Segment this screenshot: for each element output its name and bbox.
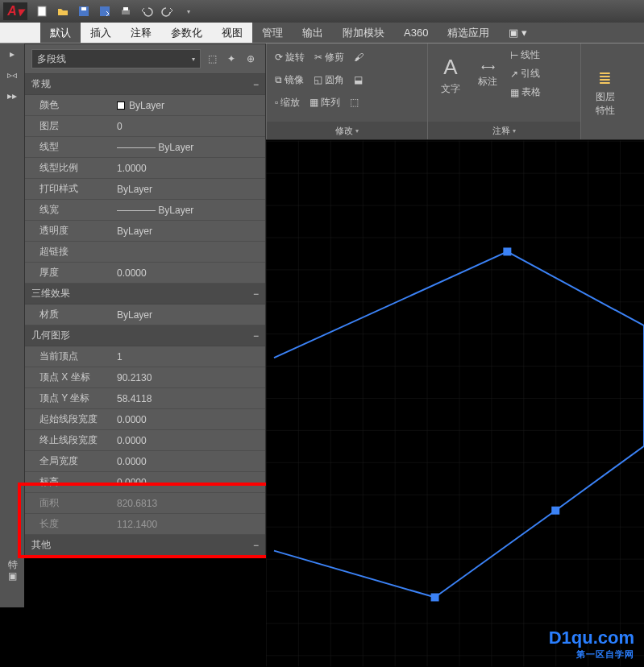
drawing-canvas[interactable] [266,140,644,667]
prop-row[interactable]: 材质ByLayer [25,304,265,325]
prop-label: 材质 [25,308,114,321]
prop-label: 线型 [25,140,114,154]
saveas-icon[interactable] [95,2,114,20]
fillet-button[interactable]: ◱圆角 [310,72,347,89]
tab-a360[interactable]: A360 [394,23,438,43]
prop-row[interactable]: 终止线段宽度0.0000 [25,430,265,451]
prop-row[interactable]: 图层0 [25,116,265,137]
tab-insert[interactable]: 插入 [81,23,121,43]
side-pin-icon[interactable]: ▸ [5,47,19,61]
explode-icon[interactable]: ⬓ [351,72,366,87]
open-icon[interactable] [53,2,73,20]
prop-row[interactable]: 超链接 [25,242,265,263]
pick-icon[interactable]: ⊕ [243,53,259,64]
prop-row[interactable]: 线型比例1.0000 [25,158,265,179]
trim-button[interactable]: ✂修剪 [311,49,347,66]
prop-label: 线型比例 [25,161,114,175]
side-collapse-icon[interactable]: ▹◃ [5,68,19,82]
qat-dropdown-icon[interactable]: ▾ [179,2,198,20]
svg-rect-9 [431,593,439,601]
prop-row[interactable]: 线型———— ByLayer [25,137,265,158]
prop-value[interactable]: ByLayer [114,309,265,321]
menu-tabs: 默认 插入 注释 参数化 视图 管理 输出 附加模块 A360 精选应用 ▣ ▾ [0,23,644,44]
app-icon[interactable]: A▾ [3,2,27,20]
prop-value[interactable]: 1.0000 [114,163,265,174]
mirror-button[interactable]: ⧉镜像 [272,72,307,89]
tab-default[interactable]: 默认 [40,23,81,43]
prop-row[interactable]: 颜色ByLayer [25,95,265,116]
tab-featured[interactable]: 精选应用 [438,23,499,43]
select-icon[interactable]: ⬚ [204,53,220,64]
prop-row[interactable]: 顶点 X 坐标90.2130 [25,367,265,388]
prop-value[interactable]: ByLayer [114,184,265,195]
tab-parametric[interactable]: 参数化 [161,23,212,43]
tab-addins[interactable]: 附加模块 [333,23,394,43]
prop-row[interactable]: 打印样式ByLayer [25,179,265,200]
redo-icon[interactable] [158,2,177,20]
layer-icon: ≣ [598,68,612,88]
text-button[interactable]: A文字 [433,47,468,103]
tab-output[interactable]: 输出 [293,23,333,43]
prop-value[interactable]: 0 [114,121,265,132]
prop-label: 顶点 X 坐标 [25,371,114,384]
prop-row[interactable]: 厚度0.0000 [25,263,265,284]
section-3d[interactable]: 三维效果− [25,284,265,304]
layer-props-button[interactable]: ≣图层 特性 [588,65,623,122]
prop-row[interactable]: 全局宽度0.0000 [25,451,265,472]
prop-label: 厚度 [25,266,114,280]
ribbon-annotate-group: A文字 ⟷标注 ⊢线性 ↗引线 ▦表格 注释 [427,44,580,139]
prop-row[interactable]: 透明度ByLayer [25,221,265,242]
prop-label: 图层 [25,119,114,133]
quickselect-icon[interactable]: ✦ [223,53,239,64]
tab-manage[interactable]: 管理 [252,23,293,43]
svg-rect-2 [81,7,86,10]
modify-label[interactable]: 修改 [267,122,427,139]
new-icon[interactable] [32,2,52,20]
prop-label: 起始线段宽度 [25,412,114,426]
tab-focus-icon[interactable]: ▣ ▾ [499,23,537,43]
stretch-icon[interactable]: ⬚ [347,95,362,110]
prop-label: 超链接 [25,245,114,259]
tab-view[interactable]: 视图 [212,23,252,43]
prop-row[interactable]: 当前顶点1 [25,346,265,367]
prop-value[interactable]: ———— ByLayer [114,142,265,153]
table-button[interactable]: ▦表格 [507,84,544,101]
undo-icon[interactable] [137,2,156,20]
array-button[interactable]: ▦阵列 [306,94,343,111]
trim-icon: ✂ [314,52,322,63]
leader-button[interactable]: ↗引线 [507,65,544,82]
prop-row[interactable]: 线宽———— ByLayer [25,200,265,221]
prop-value[interactable]: 1 [114,351,265,362]
print-icon[interactable] [116,2,135,20]
brush-icon[interactable]: 🖌 [351,50,367,64]
section-general[interactable]: 常规− [25,74,265,95]
prop-value[interactable]: 0.0000 [114,267,265,279]
prop-row[interactable]: 顶点 Y 坐标58.4118 [25,388,265,409]
prop-value[interactable]: 0.0000 [114,435,265,446]
section-geom[interactable]: 几何图形− [25,325,265,346]
side-expand-icon[interactable]: ▸▸ [5,89,19,103]
scale-button[interactable]: ▫缩放 [272,94,303,111]
linear-icon: ⊢ [510,50,518,61]
annotate-label[interactable]: 注释 [428,122,580,139]
side-props-icon[interactable]: ▣ [5,569,19,583]
rotate-button[interactable]: ⟳旋转 [272,49,308,66]
prop-label: 透明度 [25,224,114,238]
fillet-icon: ◱ [314,74,322,85]
prop-value[interactable]: ByLayer [114,100,265,111]
prop-value[interactable]: 0.0000 [114,414,265,425]
prop-value[interactable]: ———— ByLayer [114,205,265,216]
object-type-dropdown[interactable]: 多段线▾ [31,49,201,68]
prop-label: 全局宽度 [25,454,114,468]
dim-icon: ⟷ [481,61,495,72]
svg-rect-0 [38,6,46,16]
prop-value[interactable]: ByLayer [114,226,265,237]
prop-value[interactable]: 90.2130 [114,372,265,383]
prop-value[interactable]: 0.0000 [114,456,265,467]
save-icon[interactable] [74,2,93,20]
tab-annotate[interactable]: 注释 [121,23,161,43]
prop-value[interactable]: 58.4118 [114,393,265,404]
dim-button[interactable]: ⟷标注 [470,47,505,103]
linear-button[interactable]: ⊢线性 [507,47,544,64]
prop-row[interactable]: 起始线段宽度0.0000 [25,409,265,430]
